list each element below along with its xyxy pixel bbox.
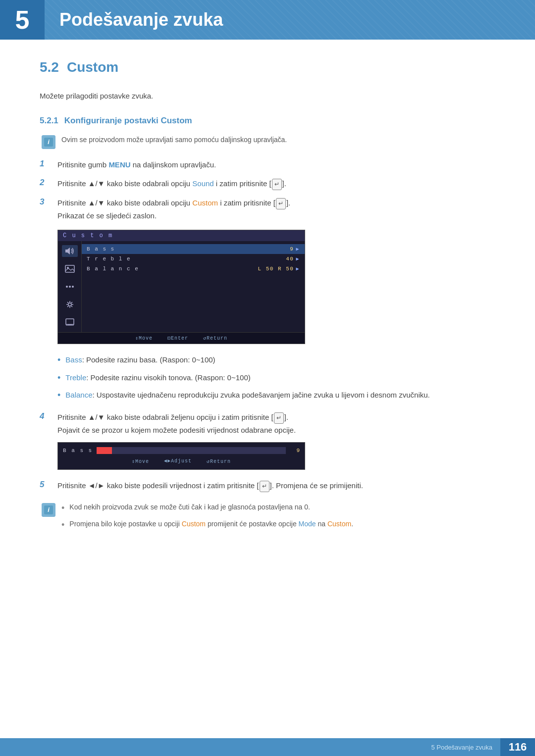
section-description: Možete prilagoditi postavke zvuka.	[40, 90, 495, 102]
note-bullet-text-2: Promjena bilo koje postavke u opciji Cus…	[69, 519, 353, 529]
menu-bass-value: 9	[290, 246, 294, 252]
footer-page-number: 116	[500, 738, 535, 756]
gear-icon	[64, 300, 75, 309]
menu-row-bass: B a s s 9 ▶	[82, 244, 305, 254]
bullet-item-treble: • Treble: Podesite razinu visokih tonova…	[57, 372, 495, 384]
step-3: 3 Pritisnite ▲/▼ kako biste odabrali opc…	[40, 197, 495, 220]
bass-bar-fill	[97, 447, 112, 454]
menu-screenshot: C u s t o m	[57, 230, 305, 344]
note-icon-bottom: i	[42, 503, 55, 517]
menu-balance-value: L 50 R 50	[258, 266, 294, 272]
bass-nav-move: ⇕Move	[132, 458, 149, 464]
step-4-number: 4	[40, 411, 50, 421]
menu-row-treble: T r e b l e 40 ▶	[82, 254, 305, 264]
menu-icon-picture	[62, 263, 78, 275]
menu-title-bar: C u s t o m	[58, 230, 305, 241]
footer-text: 5 Podešavanje zvuka	[431, 744, 500, 751]
note-bullet-2: • Promjena bilo koje postavke u opciji C…	[61, 519, 495, 531]
menu-balance-arrow: ▶	[296, 266, 300, 272]
menu-bottom-bar: ⇕Move ⊡Enter ↺Return	[58, 332, 305, 344]
svg-rect-3	[65, 265, 74, 272]
note-bullet-dot-2: •	[61, 519, 64, 531]
menu-row-empty-1	[82, 274, 305, 284]
step-2: 2 Pritisnite ▲/▼ kako biste odabrali opc…	[40, 178, 495, 190]
step-2-number: 2	[40, 178, 50, 188]
menu-content-column: B a s s 9 ▶ T r e b l e 40 ▶ B a l a n c…	[82, 241, 305, 332]
bottom-notes: i • Kod nekih proizvoda zvuk se može čut…	[42, 502, 495, 535]
step-3-subnote: Prikazat će se sljedeći zaslon.	[57, 211, 290, 220]
bass-adj-value: 9	[290, 448, 300, 454]
svg-point-8	[68, 303, 71, 306]
note-bullet-dot-1: •	[61, 502, 64, 514]
menu-treble-label: T r e b l e	[87, 256, 286, 262]
step-2-sound-keyword: Sound	[192, 179, 214, 188]
menu-nav-return: ↺Return	[203, 335, 227, 341]
note-intro-box: i Ovim se proizvodom može upravljati sam…	[40, 135, 495, 149]
menu-row-empty-3	[82, 294, 305, 303]
sound-wave-icon	[64, 247, 75, 255]
page-header: 5 Podešavanje zvuka	[0, 0, 535, 40]
bullet-dot-treble: •	[57, 372, 60, 384]
section-title: Custom	[67, 59, 118, 75]
note-bullets: • Kod nekih proizvoda zvuk se može čuti …	[61, 502, 495, 535]
note-bullet-1: • Kod nekih proizvoda zvuk se može čuti …	[61, 502, 495, 514]
section-heading: 5.2 Custom	[40, 59, 495, 75]
bass-bar-bg	[97, 447, 286, 454]
svg-point-7	[72, 286, 74, 288]
treble-keyword: Treble	[65, 373, 86, 382]
menu-row-empty-2	[82, 284, 305, 294]
bullet-item-balance: • Balance: Uspostavite ujednačenu reprod…	[57, 389, 495, 402]
bass-screenshot: B a s s 9 ⇕Move ◄►Adjust ↺Return	[57, 442, 305, 470]
bullet-dot-balance: •	[57, 389, 60, 402]
menu-sidebar: B a s s 9 ▶ T r e b l e 40 ▶ B a l a n c…	[58, 241, 305, 332]
bass-nav-adjust: ◄►Adjust	[164, 458, 192, 464]
svg-point-5	[66, 286, 68, 288]
step-3-text: Pritisnite ▲/▼ kako biste odabrali opcij…	[57, 197, 290, 209]
menu-treble-value: 40	[286, 256, 294, 262]
step-3-custom-keyword: Custom	[192, 199, 218, 207]
subsection-title: Konfiguriranje postavki Custom	[64, 116, 192, 126]
note-mode: Mode	[299, 520, 316, 528]
menu-icons-column	[58, 241, 82, 332]
bass-adjustment-row: B a s s 9	[63, 446, 300, 455]
menu-nav-move: ⇕Move	[135, 335, 153, 341]
menu-icon-tv	[62, 316, 78, 328]
step-5: 5 Pritisnite ◄/► kako biste podesili vri…	[40, 480, 495, 492]
step-3-number: 3	[40, 197, 50, 207]
menu-row-balance: B a l a n c e L 50 R 50 ▶	[82, 264, 305, 274]
svg-text:i: i	[48, 138, 50, 146]
menu-nav-enter: ⊡Enter	[167, 335, 188, 341]
setup-icon	[64, 282, 75, 291]
note-bullet-text-1: Kod nekih proizvoda zvuk se može čuti ča…	[69, 502, 310, 512]
bullet-text-balance: Balance: Uspostavite ujednačenu reproduk…	[65, 389, 429, 401]
menu-icon-sound	[62, 245, 78, 257]
chapter-title: Podešavanje zvuka	[45, 0, 223, 40]
picture-icon	[64, 264, 75, 273]
step-5-return-key: ↵	[260, 481, 269, 492]
bass-nav-return: ↺Return	[207, 458, 231, 464]
bullet-text-treble: Treble: Podesite razinu visokih tonova. …	[65, 372, 250, 384]
steps-list: 1 Pritisnite gumb MENU na daljinskom upr…	[40, 159, 495, 220]
menu-bass-label: B a s s	[87, 246, 290, 252]
note-icon-svg: i	[42, 135, 55, 149]
bullet-dot-bass: •	[57, 354, 60, 366]
step-1: 1 Pritisnite gumb MENU na daljinskom upr…	[40, 159, 495, 171]
chapter-number: 5	[0, 0, 45, 40]
step-1-menu-keyword: MENU	[108, 160, 130, 169]
bullet-item-bass: • Bass: Podesite razinu basa. (Raspon: 0…	[57, 354, 495, 366]
menu-balance-label: B a l a n c e	[87, 266, 258, 272]
step-4-text: Pritisnite ▲/▼ kako biste odabrali želje…	[57, 411, 296, 424]
step-5-text: Pritisnite ◄/► kako biste podesili vrije…	[57, 480, 495, 492]
note-icon-bottom-svg: i	[42, 503, 55, 517]
menu-icon-setup	[62, 281, 78, 293]
menu-icon-gear	[62, 299, 78, 310]
note-icon: i	[42, 135, 55, 149]
tv-icon	[64, 318, 75, 327]
step-3-return-key: ↵	[276, 198, 286, 209]
balance-keyword: Balance	[65, 391, 92, 399]
bullet-text-bass: Bass: Podesite razinu basa. (Raspon: 0~1…	[65, 354, 215, 366]
menu-title-text: C u s t o m	[63, 232, 113, 239]
note-custom-2: Custom	[327, 520, 351, 528]
step-1-number: 1	[40, 159, 50, 169]
step-4: 4 Pritisnite ▲/▼ kako biste odabrali žel…	[40, 411, 495, 434]
